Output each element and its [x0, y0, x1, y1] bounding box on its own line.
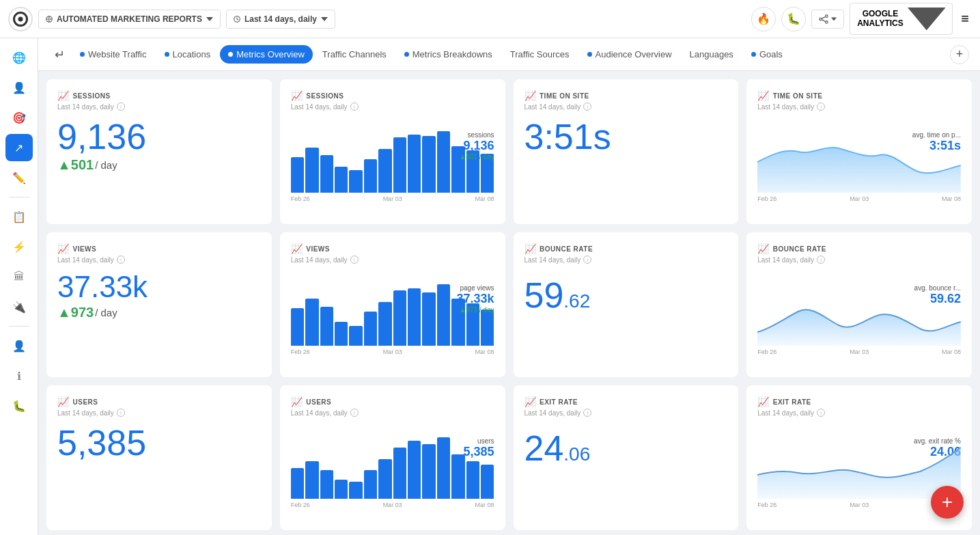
bar [349, 326, 362, 346]
exit-value-decimal: .06 [563, 443, 590, 465]
time-label: 📈 TIME ON SITE [524, 90, 728, 101]
svg-line-4 [237, 19, 238, 20]
time-on-site-chart-card: 📈 TIME ON SITE Last 14 days, daily i avg… [746, 79, 972, 224]
date-range-dropdown[interactable]: Last 14 days, daily [226, 10, 335, 29]
tab-languages[interactable]: Languages [682, 45, 742, 64]
exit-chart-svg [757, 437, 961, 499]
clock-icon [234, 16, 240, 23]
bar [393, 448, 406, 499]
bar [291, 468, 304, 499]
sidebar-item-edit[interactable]: ✏️ [5, 164, 33, 191]
views-chart-area: page views 37.33k ▲973 / day Feb 26 Mar … [291, 284, 494, 366]
bounce-value-decimal: .62 [563, 290, 590, 312]
sidebar-item-report[interactable]: 📋 [5, 203, 33, 230]
users-value: 5,385 [57, 425, 261, 461]
add-tab-button[interactable]: + [950, 45, 969, 64]
bar [451, 454, 464, 499]
trend-up-icon: 📈 [57, 90, 70, 101]
bar [305, 148, 318, 193]
tab-dot [587, 52, 592, 57]
main-content: ↵ Website Traffic Locations Metrics Over… [38, 38, 980, 535]
report-dropdown[interactable]: AUTOMATED MARKETING REPORTS [38, 10, 221, 29]
bounce-chart-svg [757, 284, 961, 346]
hamburger-menu[interactable]: ≡ [958, 8, 972, 29]
bar [335, 480, 348, 499]
tab-locations[interactable]: Locations [156, 45, 219, 64]
chart-dates: Feb 26 Mar 03 Mar 08 [757, 195, 961, 202]
info-icon: i [583, 409, 591, 417]
chart-dates: Feb 26 Mar 03 Mar 08 [291, 502, 494, 508]
tab-dot [751, 52, 756, 57]
svg-point-5 [826, 14, 828, 17]
views-sub: ▲973 / day [57, 305, 261, 320]
trend-icon: 📈 [291, 243, 303, 254]
bar [466, 461, 479, 499]
bar [393, 290, 406, 346]
share-button[interactable] [811, 10, 844, 29]
chart-top-label: users 5,385 [463, 437, 494, 459]
info-icon: i [350, 256, 359, 264]
sidebar-item-plugin[interactable]: 🔌 [5, 293, 33, 320]
trend-icon: 📈 [524, 90, 537, 101]
sessions-sublabel: Last 14 days, daily i [57, 102, 261, 111]
tab-dot [80, 52, 85, 57]
time-area-chart [757, 131, 961, 193]
sidebar-item-bug[interactable]: 🐛 [5, 392, 33, 420]
fire-icon-btn[interactable]: 🔥 [751, 7, 776, 31]
time-on-site-big-card: 📈 TIME ON SITE Last 14 days, daily i 3:5… [514, 79, 739, 224]
ga-dropdown[interactable]: GOOGLE ANALYTICS [850, 3, 953, 35]
users-chart-sublabel: Last 14 days, daily i [291, 409, 494, 417]
sidebar-item-building[interactable]: 🏛 [5, 263, 33, 290]
chevron-down-icon4 [908, 8, 946, 30]
sessions-value: 9,136 [57, 119, 261, 154]
tab-label: Metrics Overview [236, 49, 305, 59]
bar [437, 131, 450, 193]
info-icon: i [350, 409, 359, 417]
bar [437, 284, 450, 346]
bounce-chart-label: 📈 BOUNCE RATE [757, 243, 961, 254]
info-icon: i [817, 102, 825, 111]
sessions-big-card: 📈 SESSIONS Last 14 days, daily i 9,136 ▲… [46, 79, 272, 224]
trend-icon: 📈 [57, 396, 70, 407]
exit-area-chart [757, 437, 961, 499]
bar [291, 308, 304, 346]
svg-line-8 [822, 16, 826, 18]
tab-goals[interactable]: Goals [743, 45, 791, 64]
tab-metrics-overview[interactable]: Metrics Overview [220, 45, 313, 64]
tab-audience-overview[interactable]: Audience Overview [579, 45, 680, 64]
svg-point-6 [820, 18, 822, 20]
bar [349, 482, 362, 499]
views-chart-sublabel: Last 14 days, daily i [291, 256, 494, 264]
bug-icon-btn[interactable]: 🐛 [781, 7, 806, 31]
logo-button[interactable] [8, 7, 33, 31]
info-icon: i [117, 102, 125, 111]
sidebar-item-user[interactable]: 👤 [5, 332, 33, 359]
bar [364, 470, 377, 499]
tab-traffic-channels[interactable]: Traffic Channels [314, 45, 395, 64]
tab-traffic-sources[interactable]: Traffic Sources [502, 45, 578, 64]
bounce-label: 📈 BOUNCE RATE [524, 243, 728, 254]
sidebar-item-globe[interactable]: 🌐 [5, 44, 33, 71]
date-range-label: Last 14 days, daily [244, 14, 317, 24]
sidebar-item-target[interactable]: 🎯 [5, 104, 33, 131]
views-chart-card: 📈 VIEWS Last 14 days, daily i page views… [280, 232, 505, 377]
sidebar-item-info[interactable]: ℹ [5, 362, 33, 389]
trend-icon: 📈 [757, 396, 770, 407]
sidebar-item-path[interactable]: ↗ [5, 134, 33, 161]
sidebar-item-lightning[interactable]: ⚡ [5, 233, 33, 260]
tab-label: Traffic Sources [510, 49, 570, 59]
tabbar: ↵ Website Traffic Locations Metrics Over… [38, 38, 980, 71]
fab-add-button[interactable]: + [931, 486, 964, 519]
tab-label: Audience Overview [596, 49, 672, 59]
bar [481, 465, 494, 499]
bar [320, 155, 333, 193]
users-chart-area: users 5,385 Feb 26 Mar 03 Mar 08 [291, 437, 494, 519]
back-button[interactable]: ↵ [49, 44, 70, 65]
tab-metrics-breakdowns[interactable]: Metrics Breakdowns [396, 45, 501, 64]
info-icon: i [117, 409, 125, 417]
bounce-value-container: 59 .62 [524, 275, 728, 316]
sidebar-item-people[interactable]: 👤 [5, 74, 33, 101]
chart-dates: Feb 26 Mar 03 Mar 08 [291, 348, 494, 355]
tab-website-traffic[interactable]: Website Traffic [72, 45, 155, 64]
report-name: AUTOMATED MARKETING REPORTS [57, 14, 202, 24]
